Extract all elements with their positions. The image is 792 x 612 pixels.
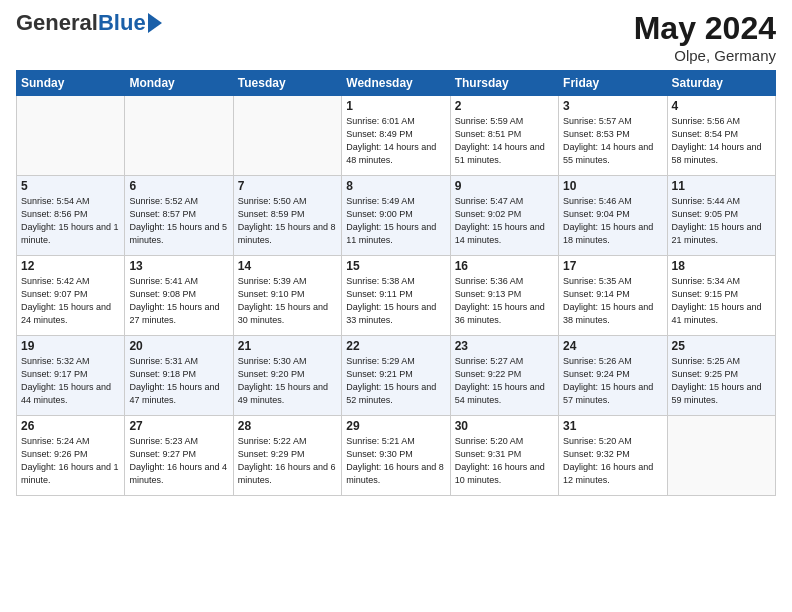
day-number: 16 xyxy=(455,259,554,273)
page-header: General Blue May 2024 Olpe, Germany xyxy=(16,10,776,64)
day-details: Sunrise: 5:44 AM Sunset: 9:05 PM Dayligh… xyxy=(672,195,771,247)
calendar-cell xyxy=(17,96,125,176)
day-header-thursday: Thursday xyxy=(450,71,558,96)
day-number: 22 xyxy=(346,339,445,353)
day-details: Sunrise: 5:27 AM Sunset: 9:22 PM Dayligh… xyxy=(455,355,554,407)
calendar-cell: 2Sunrise: 5:59 AM Sunset: 8:51 PM Daylig… xyxy=(450,96,558,176)
day-number: 7 xyxy=(238,179,337,193)
day-number: 29 xyxy=(346,419,445,433)
calendar-week-5: 26Sunrise: 5:24 AM Sunset: 9:26 PM Dayli… xyxy=(17,416,776,496)
calendar-week-2: 5Sunrise: 5:54 AM Sunset: 8:56 PM Daylig… xyxy=(17,176,776,256)
day-number: 12 xyxy=(21,259,120,273)
day-number: 15 xyxy=(346,259,445,273)
day-details: Sunrise: 5:22 AM Sunset: 9:29 PM Dayligh… xyxy=(238,435,337,487)
day-details: Sunrise: 5:35 AM Sunset: 9:14 PM Dayligh… xyxy=(563,275,662,327)
day-header-saturday: Saturday xyxy=(667,71,775,96)
calendar-cell: 16Sunrise: 5:36 AM Sunset: 9:13 PM Dayli… xyxy=(450,256,558,336)
day-details: Sunrise: 5:49 AM Sunset: 9:00 PM Dayligh… xyxy=(346,195,445,247)
day-details: Sunrise: 5:36 AM Sunset: 9:13 PM Dayligh… xyxy=(455,275,554,327)
calendar-week-3: 12Sunrise: 5:42 AM Sunset: 9:07 PM Dayli… xyxy=(17,256,776,336)
day-details: Sunrise: 5:23 AM Sunset: 9:27 PM Dayligh… xyxy=(129,435,228,487)
logo-blue: Blue xyxy=(98,10,146,36)
calendar-cell: 17Sunrise: 5:35 AM Sunset: 9:14 PM Dayli… xyxy=(559,256,667,336)
calendar-cell xyxy=(125,96,233,176)
calendar-cell: 5Sunrise: 5:54 AM Sunset: 8:56 PM Daylig… xyxy=(17,176,125,256)
day-number: 24 xyxy=(563,339,662,353)
day-number: 11 xyxy=(672,179,771,193)
day-number: 21 xyxy=(238,339,337,353)
day-details: Sunrise: 5:29 AM Sunset: 9:21 PM Dayligh… xyxy=(346,355,445,407)
day-details: Sunrise: 5:21 AM Sunset: 9:30 PM Dayligh… xyxy=(346,435,445,487)
day-number: 25 xyxy=(672,339,771,353)
day-details: Sunrise: 5:42 AM Sunset: 9:07 PM Dayligh… xyxy=(21,275,120,327)
day-number: 3 xyxy=(563,99,662,113)
logo-general: General xyxy=(16,10,98,36)
calendar-cell: 21Sunrise: 5:30 AM Sunset: 9:20 PM Dayli… xyxy=(233,336,341,416)
day-details: Sunrise: 5:54 AM Sunset: 8:56 PM Dayligh… xyxy=(21,195,120,247)
day-number: 8 xyxy=(346,179,445,193)
calendar-cell: 22Sunrise: 5:29 AM Sunset: 9:21 PM Dayli… xyxy=(342,336,450,416)
location-label: Olpe, Germany xyxy=(634,47,776,64)
calendar-cell: 4Sunrise: 5:56 AM Sunset: 8:54 PM Daylig… xyxy=(667,96,775,176)
day-details: Sunrise: 5:26 AM Sunset: 9:24 PM Dayligh… xyxy=(563,355,662,407)
day-number: 26 xyxy=(21,419,120,433)
day-header-friday: Friday xyxy=(559,71,667,96)
calendar-cell: 23Sunrise: 5:27 AM Sunset: 9:22 PM Dayli… xyxy=(450,336,558,416)
calendar-cell: 3Sunrise: 5:57 AM Sunset: 8:53 PM Daylig… xyxy=(559,96,667,176)
calendar-cell: 30Sunrise: 5:20 AM Sunset: 9:31 PM Dayli… xyxy=(450,416,558,496)
calendar-cell: 7Sunrise: 5:50 AM Sunset: 8:59 PM Daylig… xyxy=(233,176,341,256)
calendar-cell: 31Sunrise: 5:20 AM Sunset: 9:32 PM Dayli… xyxy=(559,416,667,496)
calendar-cell: 19Sunrise: 5:32 AM Sunset: 9:17 PM Dayli… xyxy=(17,336,125,416)
day-number: 1 xyxy=(346,99,445,113)
calendar-table: SundayMondayTuesdayWednesdayThursdayFrid… xyxy=(16,70,776,496)
day-details: Sunrise: 5:57 AM Sunset: 8:53 PM Dayligh… xyxy=(563,115,662,167)
day-number: 31 xyxy=(563,419,662,433)
day-number: 14 xyxy=(238,259,337,273)
day-details: Sunrise: 5:59 AM Sunset: 8:51 PM Dayligh… xyxy=(455,115,554,167)
calendar-header-row: SundayMondayTuesdayWednesdayThursdayFrid… xyxy=(17,71,776,96)
day-details: Sunrise: 5:24 AM Sunset: 9:26 PM Dayligh… xyxy=(21,435,120,487)
calendar-cell: 20Sunrise: 5:31 AM Sunset: 9:18 PM Dayli… xyxy=(125,336,233,416)
day-header-sunday: Sunday xyxy=(17,71,125,96)
day-number: 18 xyxy=(672,259,771,273)
calendar-cell: 15Sunrise: 5:38 AM Sunset: 9:11 PM Dayli… xyxy=(342,256,450,336)
day-number: 2 xyxy=(455,99,554,113)
day-details: Sunrise: 5:32 AM Sunset: 9:17 PM Dayligh… xyxy=(21,355,120,407)
day-details: Sunrise: 5:50 AM Sunset: 8:59 PM Dayligh… xyxy=(238,195,337,247)
day-details: Sunrise: 5:20 AM Sunset: 9:31 PM Dayligh… xyxy=(455,435,554,487)
day-number: 19 xyxy=(21,339,120,353)
calendar-cell: 1Sunrise: 6:01 AM Sunset: 8:49 PM Daylig… xyxy=(342,96,450,176)
day-details: Sunrise: 5:20 AM Sunset: 9:32 PM Dayligh… xyxy=(563,435,662,487)
day-number: 27 xyxy=(129,419,228,433)
day-number: 28 xyxy=(238,419,337,433)
month-title: May 2024 xyxy=(634,10,776,47)
day-details: Sunrise: 5:25 AM Sunset: 9:25 PM Dayligh… xyxy=(672,355,771,407)
day-number: 13 xyxy=(129,259,228,273)
calendar-week-1: 1Sunrise: 6:01 AM Sunset: 8:49 PM Daylig… xyxy=(17,96,776,176)
calendar-cell: 12Sunrise: 5:42 AM Sunset: 9:07 PM Dayli… xyxy=(17,256,125,336)
day-number: 20 xyxy=(129,339,228,353)
day-number: 4 xyxy=(672,99,771,113)
calendar-cell xyxy=(667,416,775,496)
day-number: 9 xyxy=(455,179,554,193)
day-details: Sunrise: 5:52 AM Sunset: 8:57 PM Dayligh… xyxy=(129,195,228,247)
day-number: 6 xyxy=(129,179,228,193)
calendar-cell: 13Sunrise: 5:41 AM Sunset: 9:08 PM Dayli… xyxy=(125,256,233,336)
day-number: 23 xyxy=(455,339,554,353)
calendar-week-4: 19Sunrise: 5:32 AM Sunset: 9:17 PM Dayli… xyxy=(17,336,776,416)
calendar-cell xyxy=(233,96,341,176)
day-details: Sunrise: 5:41 AM Sunset: 9:08 PM Dayligh… xyxy=(129,275,228,327)
day-details: Sunrise: 5:47 AM Sunset: 9:02 PM Dayligh… xyxy=(455,195,554,247)
day-number: 30 xyxy=(455,419,554,433)
day-details: Sunrise: 5:34 AM Sunset: 9:15 PM Dayligh… xyxy=(672,275,771,327)
calendar-cell: 24Sunrise: 5:26 AM Sunset: 9:24 PM Dayli… xyxy=(559,336,667,416)
calendar-cell: 29Sunrise: 5:21 AM Sunset: 9:30 PM Dayli… xyxy=(342,416,450,496)
day-details: Sunrise: 5:39 AM Sunset: 9:10 PM Dayligh… xyxy=(238,275,337,327)
calendar-cell: 8Sunrise: 5:49 AM Sunset: 9:00 PM Daylig… xyxy=(342,176,450,256)
day-header-tuesday: Tuesday xyxy=(233,71,341,96)
day-details: Sunrise: 5:31 AM Sunset: 9:18 PM Dayligh… xyxy=(129,355,228,407)
day-details: Sunrise: 5:46 AM Sunset: 9:04 PM Dayligh… xyxy=(563,195,662,247)
calendar-cell: 9Sunrise: 5:47 AM Sunset: 9:02 PM Daylig… xyxy=(450,176,558,256)
day-number: 17 xyxy=(563,259,662,273)
calendar-cell: 14Sunrise: 5:39 AM Sunset: 9:10 PM Dayli… xyxy=(233,256,341,336)
